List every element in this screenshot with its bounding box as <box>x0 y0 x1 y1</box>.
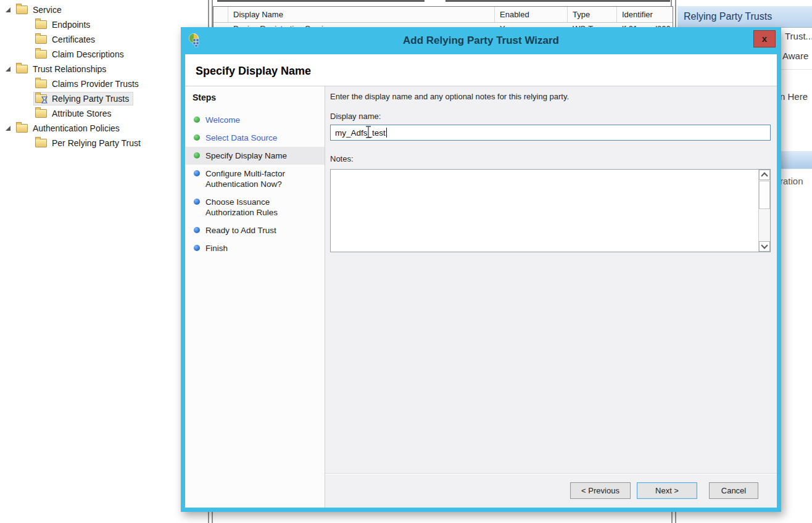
list-header-identifier[interactable]: Identifier <box>617 7 673 22</box>
expander-icon[interactable] <box>6 67 10 72</box>
display-name-input[interactable]: my_Adfs_test <box>330 125 771 141</box>
folder-icon <box>35 139 47 147</box>
window-divider <box>217 0 425 2</box>
tree-item-trust-relationships[interactable]: Trust Relationships <box>4 62 189 76</box>
previous-button[interactable]: < Previous <box>570 482 631 499</box>
tree-item-certificates[interactable]: Certificates <box>4 32 189 47</box>
tree-item-claims-provider-trusts[interactable]: Claims Provider Trusts <box>4 76 189 91</box>
step-todo-icon <box>194 170 200 176</box>
wizard-title: Add Relying Party Trust Wizard <box>181 27 781 54</box>
tree-item-label: Authentication Policies <box>33 123 120 133</box>
expander-icon[interactable] <box>6 126 10 131</box>
folder-icon <box>16 6 28 14</box>
next-button[interactable]: Next > <box>637 482 697 499</box>
steps-header: Steps <box>185 93 325 102</box>
step-label: Configure Multi-factor Authentication No… <box>205 168 312 189</box>
tree-item-label: Per Relying Party Trust <box>52 138 141 148</box>
folder-icon <box>16 124 28 133</box>
step-done-icon <box>194 134 200 141</box>
pane-border <box>675 0 676 27</box>
step-finish[interactable]: Finish <box>185 239 325 257</box>
notes-textarea[interactable] <box>330 169 771 252</box>
notes-scrollbar[interactable] <box>758 170 770 252</box>
step-select-data-source[interactable]: Select Data Source <box>185 129 325 147</box>
add-relying-party-trust-wizard: Add Relying Party Trust Wizard x Specify… <box>181 27 781 512</box>
pane-border <box>212 512 213 523</box>
pane-border <box>675 512 676 523</box>
expander-icon[interactable] <box>6 7 10 12</box>
close-button[interactable]: x <box>753 30 776 47</box>
folder-icon <box>35 109 47 118</box>
pane-border <box>208 0 209 27</box>
wizard-footer: < Previous Next > Cancel <box>325 473 777 508</box>
tree-item-service[interactable]: Service <box>4 2 189 17</box>
list-header-type[interactable]: Type <box>568 7 617 22</box>
folder-icon <box>16 65 28 73</box>
step-label: Choose Issuance Authorization Rules <box>205 197 312 218</box>
chevron-up-icon <box>761 172 768 179</box>
action-item-clipped[interactable]: Aware <box>782 51 808 61</box>
list-header-display-name[interactable]: Display Name <box>228 7 495 22</box>
tree-item-per-relying-party-trust[interactable]: Per Relying Party Trust <box>4 136 189 150</box>
tree-item-label: Service <box>33 5 62 15</box>
display-name-value: my_Adfs_test <box>335 128 386 138</box>
cancel-button[interactable]: Cancel <box>709 482 758 499</box>
text-cursor-icon <box>365 125 372 139</box>
action-item-clipped[interactable]: n Here <box>780 91 808 102</box>
pane-border <box>671 512 673 523</box>
step-specify-display-name[interactable]: Specify Display Name <box>185 147 325 165</box>
step-welcome[interactable]: Welcome <box>185 111 325 129</box>
window-divider <box>445 0 670 2</box>
text-caret <box>386 128 387 138</box>
folder-busy-icon <box>35 94 47 103</box>
list-header-blank[interactable] <box>213 7 228 22</box>
wizard-body: Specify Display Name Steps Welcome Selec… <box>185 54 777 508</box>
list-header: Display Name Enabled Type Identifier <box>213 7 673 23</box>
tree-item-endpoints[interactable]: Endpoints <box>4 17 189 32</box>
pane-border <box>208 512 209 523</box>
step-label: Welcome <box>205 115 240 125</box>
list-header-enabled[interactable]: Enabled <box>495 7 568 22</box>
tree-item-label: Attribute Stores <box>52 109 112 118</box>
folder-icon <box>35 80 47 88</box>
step-label: Finish <box>205 243 228 253</box>
tree-item-authentication-policies[interactable]: Authentication Policies <box>4 121 189 136</box>
tree-item-label: Claims Provider Trusts <box>52 79 139 89</box>
action-item-clipped[interactable]: Trust... <box>785 31 812 41</box>
selected-tree-item[interactable]: Relying Party Trusts <box>34 93 133 105</box>
adfs-console-screen: Service Endpoints Certificates Claim Des… <box>0 0 812 523</box>
scroll-up-button[interactable] <box>759 170 770 180</box>
scrollbar-thumb[interactable] <box>759 181 770 209</box>
console-tree: Service Endpoints Certificates Claim Des… <box>4 2 189 150</box>
tree-item-claim-descriptions[interactable]: Claim Descriptions <box>4 47 189 62</box>
step-label: Ready to Add Trust <box>205 225 276 236</box>
tree-item-label: Certificates <box>52 35 95 44</box>
tree-item-label: Claim Descriptions <box>52 49 124 59</box>
folder-icon <box>35 35 47 44</box>
step-choose-issuance-rules[interactable]: Choose Issuance Authorization Rules <box>185 193 325 221</box>
display-name-label: Display name: <box>330 112 381 121</box>
wizard-content: Enter the display name and any optional … <box>325 86 777 508</box>
scroll-down-button[interactable] <box>759 241 770 252</box>
step-todo-icon <box>194 199 200 205</box>
tree-item-label: Relying Party Trusts <box>52 94 129 104</box>
instruction-text: Enter the display name and any optional … <box>330 92 569 101</box>
tree-item-label: Endpoints <box>52 20 90 30</box>
step-label: Specify Display Name <box>205 150 287 161</box>
tree-item-attribute-stores[interactable]: Attribute Stores <box>4 106 189 121</box>
wizard-title-bar[interactable]: Add Relying Party Trust Wizard x <box>181 27 781 54</box>
actions-pane-title: Relying Party Trusts <box>677 6 812 28</box>
notes-label: Notes: <box>330 154 354 163</box>
folder-icon <box>35 50 47 59</box>
hourglass-icon <box>41 96 48 104</box>
action-item-clipped[interactable]: ration <box>780 176 803 186</box>
wizard-steps-panel: Steps Welcome Select Data Source Specify… <box>185 86 325 508</box>
step-configure-mfa[interactable]: Configure Multi-factor Authentication No… <box>185 165 325 193</box>
step-done-icon <box>194 117 200 123</box>
step-todo-icon <box>194 245 200 251</box>
step-ready-to-add-trust[interactable]: Ready to Add Trust <box>185 221 325 239</box>
wizard-page-heading: Specify Display Name <box>185 54 777 86</box>
folder-icon <box>35 20 47 29</box>
tree-item-relying-party-trusts[interactable]: Relying Party Trusts <box>4 91 189 106</box>
step-label: Select Data Source <box>205 133 277 143</box>
